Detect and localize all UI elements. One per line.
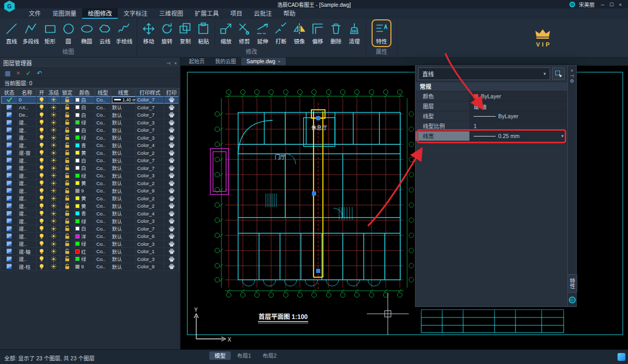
vip-badge[interactable]: VIP [534,19,552,57]
layer-lineweight[interactable]: 默认 [111,104,136,111]
layer-freeze-sun-icon[interactable] [47,248,61,255]
layer-color-cell[interactable]: 白 [74,127,95,134]
close-icon[interactable]: × [174,61,177,66]
layer-lock-icon[interactable] [61,241,74,248]
layer-on-bulb-icon[interactable] [37,111,47,119]
layer-lineweight[interactable]: 默认 [111,187,136,195]
layer-on-bulb-icon[interactable] [37,210,47,218]
layer-lock-icon[interactable] [61,248,74,255]
status-badge-icon[interactable] [618,353,625,361]
layer-color-cell[interactable]: 黄 [74,150,95,157]
doc-tab[interactable]: 起始页 [184,58,210,65]
restore-icon[interactable]: ↶ [37,70,42,77]
layer-linetype[interactable]: Co.. [95,157,111,164]
layer-color-cell[interactable]: 白 [74,111,95,119]
layer-freeze-sun-icon[interactable] [47,150,61,157]
menu-item[interactable]: 览图测量 [47,8,82,19]
layer-lock-icon[interactable] [61,233,74,240]
layer-color-cell[interactable]: 绿 [74,172,95,179]
layer-print-icon[interactable] [164,210,179,218]
layer-color-cell[interactable]: 绿 [74,218,95,225]
layout-tab[interactable]: 布局1 [232,351,256,360]
layer-linetype[interactable]: Co.. [95,119,111,127]
layer-color-cell[interactable]: 绿 [74,119,95,127]
new-layer-icon[interactable]: ▦ [5,70,10,77]
layer-lineweight[interactable]: 默认 [111,127,136,134]
layer-lineweight[interactable]: 默认 [111,134,136,142]
layer-print-icon[interactable] [164,180,179,187]
menu-item[interactable]: 云批注 [248,8,278,19]
property-value[interactable]: 建-轴 [470,101,567,111]
layer-lock-icon[interactable] [61,180,74,187]
property-value[interactable]: 0.25 mm▾ [470,131,567,141]
properties-side-tab[interactable]: 特性 [567,274,577,293]
layer-row[interactable]: 建..白Co..默认Color_7 [1,157,179,165]
layer-lineweight[interactable]: 默认 [111,165,136,172]
column-header[interactable]: 打印 [164,88,179,96]
layer-linetype[interactable]: Co.. [95,241,111,248]
layer-on-bulb-icon[interactable] [37,180,47,187]
tool-scale[interactable]: 缩放 [217,20,235,46]
column-header[interactable]: 线型 [95,88,111,96]
layer-lineweight[interactable]: 默认 [111,210,136,218]
close-icon[interactable]: × [616,2,625,7]
layer-on-bulb-icon[interactable] [37,119,47,127]
section-general[interactable]: 常规 [416,82,567,92]
layer-freeze-sun-icon[interactable] [47,233,61,240]
layer-row[interactable]: 建..黄Co..默认Color_2 [1,195,179,203]
layer-linetype[interactable]: Co.. [95,187,111,195]
layer-freeze-sun-icon[interactable] [47,210,61,218]
tool-polyline[interactable]: 多段线 [21,20,41,46]
layer-row[interactable]: 建-柱9Co..默认Color_9 [1,263,179,271]
menu-item[interactable]: 文件 [23,8,47,19]
layer-freeze-sun-icon[interactable] [47,180,61,187]
layer-linetype[interactable]: Co.. [95,218,111,225]
layer-freeze-sun-icon[interactable] [47,225,61,233]
layer-row[interactable]: 建..白Co..默认Color_7 [1,127,179,134]
layer-on-bulb-icon[interactable] [37,202,47,210]
layer-row[interactable]: 建..白Co..默认Color_7 [1,225,179,233]
layer-print-icon[interactable] [164,233,179,240]
layer-freeze-sun-icon[interactable] [47,256,61,263]
layer-linetype[interactable]: Co.. [95,172,111,179]
layer-on-bulb-icon[interactable] [37,248,47,255]
layer-color-cell[interactable]: 白 [74,96,95,104]
layer-lineweight[interactable]: 默认 [111,256,136,263]
layer-freeze-sun-icon[interactable] [47,119,61,127]
layer-lock-icon[interactable] [61,187,74,195]
layer-lineweight[interactable]: 默认 [111,218,136,225]
layer-freeze-sun-icon[interactable] [47,165,61,172]
layer-linetype[interactable]: Co.. [95,134,111,142]
layer-lineweight[interactable]: 默认 [111,241,136,248]
layer-print-icon[interactable] [164,195,179,202]
layer-on-bulb-icon[interactable] [37,187,47,195]
layer-on-bulb-icon[interactable] [37,218,47,225]
menu-item[interactable]: 项目 [225,8,248,19]
layer-print-icon[interactable] [164,225,179,233]
layer-freeze-sun-icon[interactable] [47,127,61,134]
layer-color-cell[interactable]: 青 [74,210,95,218]
layer-on-bulb-icon[interactable] [37,233,47,240]
layer-freeze-sun-icon[interactable] [47,134,61,142]
layer-lock-icon[interactable] [61,127,74,134]
layer-freeze-sun-icon[interactable] [47,187,61,195]
tool-rect[interactable]: 矩形 [41,20,59,46]
layer-print-icon[interactable] [164,263,179,270]
layer-lock-icon[interactable] [61,210,74,218]
column-header[interactable]: 颜色 [74,88,95,96]
layer-color-cell[interactable]: 白 [74,225,95,233]
tool-purge[interactable]: 清理 [345,20,363,46]
layer-row[interactable]: 建..绿Co..默认Color_3 [1,256,179,264]
layer-lock-icon[interactable] [61,104,74,111]
layer-on-bulb-icon[interactable] [37,241,47,248]
layer-lock-icon[interactable] [61,157,74,164]
layer-print-icon[interactable] [164,248,179,255]
layer-print-icon[interactable] [164,127,179,134]
layer-linetype[interactable]: Co.. [95,96,111,104]
layer-row[interactable]: 建..洋Co..默认Color_6 [1,233,179,241]
delete-layer-icon[interactable]: × [16,70,20,77]
layer-on-bulb-icon[interactable] [37,172,47,179]
layer-row[interactable]: 建..绿Co..默认Color_3 [1,172,179,180]
select-object-button[interactable] [552,67,565,80]
layer-print-icon[interactable] [164,111,179,119]
